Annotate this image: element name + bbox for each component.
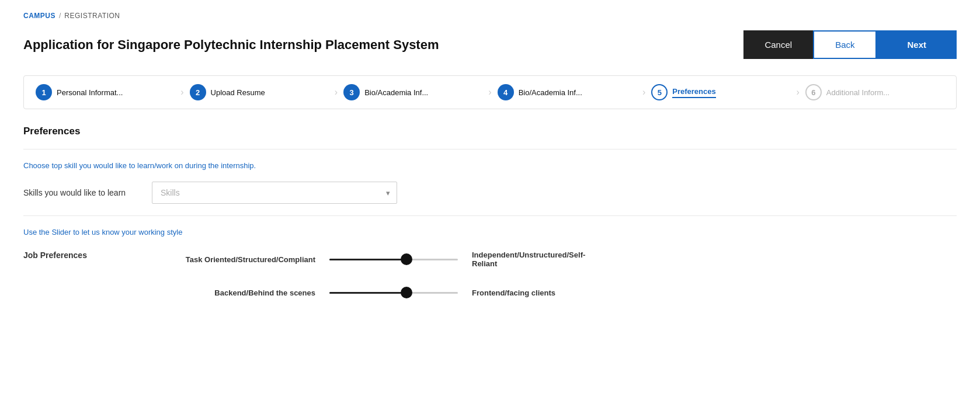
step-2[interactable]: 2 Upload Resume bbox=[190, 84, 329, 100]
step-3-label: Bio/Academia Inf... bbox=[364, 88, 428, 97]
next-button[interactable]: Next bbox=[877, 30, 957, 59]
step-arrow-3: › bbox=[488, 87, 491, 98]
header-buttons: Cancel Back Next bbox=[743, 30, 957, 59]
content-area: Preferences Choose top skill you would l… bbox=[23, 126, 957, 298]
step-3-circle: 3 bbox=[343, 84, 360, 100]
slider-2-left-label: Backend/Behind the scenes bbox=[152, 288, 315, 297]
slider-1-track-container bbox=[329, 253, 458, 265]
job-preferences-area: Job Preferences Task Oriented/Structured… bbox=[23, 251, 957, 298]
job-preferences-label: Job Preferences bbox=[23, 251, 152, 260]
breadcrumb-separator: / bbox=[59, 12, 61, 20]
slider-2-right-label: Frontend/facing clients bbox=[472, 288, 555, 297]
slider-1-thumb[interactable] bbox=[401, 253, 412, 265]
page-wrapper: CAMPUS / REGISTRATION Application for Si… bbox=[0, 0, 980, 407]
step-4-circle: 4 bbox=[498, 84, 514, 100]
breadcrumb: CAMPUS / REGISTRATION bbox=[23, 12, 957, 20]
skills-instruction: Choose top skill you would like to learn… bbox=[23, 161, 957, 170]
divider-1 bbox=[23, 149, 957, 149]
step-1-label: Personal Informat... bbox=[57, 88, 123, 97]
step-2-circle: 2 bbox=[190, 84, 206, 100]
step-5[interactable]: 5 Preferences bbox=[651, 84, 790, 100]
step-5-label: Preferences bbox=[672, 87, 715, 98]
step-3[interactable]: 3 Bio/Academia Inf... bbox=[343, 84, 482, 100]
cancel-button[interactable]: Cancel bbox=[743, 30, 813, 59]
step-1[interactable]: 1 Personal Informat... bbox=[36, 84, 175, 100]
skills-select[interactable]: Skills bbox=[152, 182, 397, 204]
step-arrow-1: › bbox=[180, 87, 183, 98]
page-title: Application for Singapore Polytechnic In… bbox=[23, 37, 439, 53]
step-5-circle: 5 bbox=[651, 84, 668, 100]
divider-2 bbox=[23, 215, 957, 216]
slider-1-filled bbox=[329, 259, 406, 260]
slider-row-2: Backend/Behind the scenes Frontend/facin… bbox=[152, 287, 589, 298]
breadcrumb-registration: REGISTRATION bbox=[64, 12, 120, 20]
step-4-label: Bio/Academia Inf... bbox=[519, 88, 582, 97]
step-2-label: Upload Resume bbox=[211, 88, 265, 97]
skills-form-row: Skills you would like to learn Skills ▾ bbox=[23, 182, 957, 204]
header-row: Application for Singapore Polytechnic In… bbox=[23, 30, 957, 59]
preferences-section-title: Preferences bbox=[23, 126, 957, 137]
skills-select-wrapper: Skills ▾ bbox=[152, 182, 397, 204]
slider-2-filled bbox=[329, 292, 406, 294]
step-4[interactable]: 4 Bio/Academia Inf... bbox=[498, 84, 637, 100]
breadcrumb-campus: CAMPUS bbox=[23, 12, 55, 20]
step-6-label: Additional Inform... bbox=[826, 88, 889, 97]
slider-instruction: Use the Slider to let us know your worki… bbox=[23, 228, 957, 236]
back-button[interactable]: Back bbox=[813, 30, 877, 59]
step-arrow-2: › bbox=[335, 87, 338, 98]
step-6[interactable]: 6 Additional Inform... bbox=[805, 84, 944, 100]
slider-1-left-label: Task Oriented/Structured/Compliant bbox=[152, 255, 315, 264]
slider-row-1: Task Oriented/Structured/Compliant Indep… bbox=[152, 251, 589, 268]
slider-2-thumb[interactable] bbox=[401, 287, 412, 298]
skills-label: Skills you would like to learn bbox=[23, 188, 152, 197]
slider-1-right-label: Independent/Unstructured/Self-Reliant bbox=[472, 251, 589, 268]
step-arrow-4: › bbox=[642, 87, 645, 98]
step-1-circle: 1 bbox=[36, 84, 52, 100]
step-arrow-5: › bbox=[796, 87, 799, 98]
steps-container: 1 Personal Informat... › 2 Upload Resume… bbox=[23, 75, 957, 109]
step-6-circle: 6 bbox=[805, 84, 822, 100]
sliders-container: Task Oriented/Structured/Compliant Indep… bbox=[152, 251, 589, 298]
slider-2-track-container bbox=[329, 287, 458, 298]
